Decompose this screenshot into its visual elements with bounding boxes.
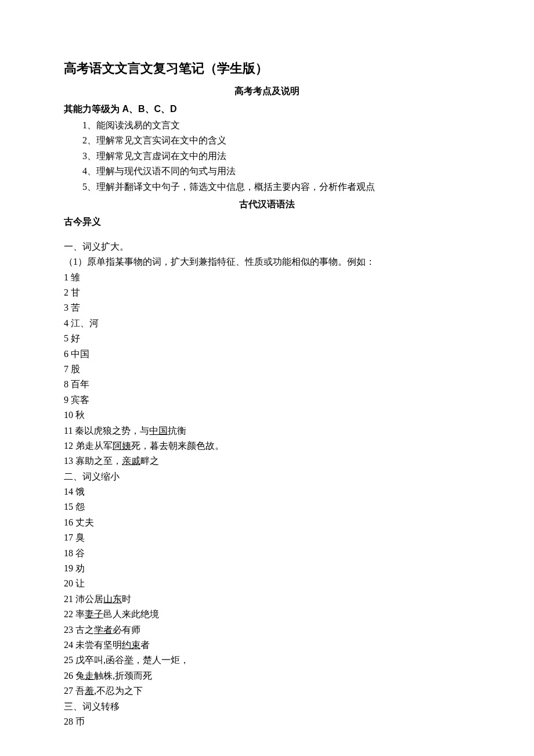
grammar-heading: 古代汉语语法 [64, 197, 470, 212]
section-1-note: （1）原单指某事物的词，扩大到兼指特征、性质或功能相似的事物。例如： [64, 254, 470, 269]
item-24-b: 者 [140, 640, 150, 650]
item-23-a: 23 古之 [64, 625, 94, 635]
item-24: 24 未尝有坚明约束者 [64, 638, 470, 653]
item-22-underline: 妻子 [85, 609, 103, 619]
item-12-underline: 阿姨 [113, 441, 131, 451]
item-6: 6 中国 [64, 347, 470, 362]
item-17: 17 臭 [64, 530, 470, 545]
section-3-heading: 三、词义转移 [64, 699, 470, 714]
item-14: 14 饿 [64, 484, 470, 499]
item-25: 25 戊卒叫,函谷举，楚人一炬， [64, 653, 470, 668]
item-5: 5 好 [64, 331, 470, 346]
item-22-a: 22 率 [64, 609, 85, 619]
item-26-b: 触株,折颈而死 [94, 671, 152, 681]
item-9: 9 宾客 [64, 393, 470, 408]
item-25-b: ，楚人一炬， [134, 655, 189, 665]
item-26-a: 26 兔 [64, 671, 85, 681]
point-4: 4、理解与现代汉语不同的句式与用法 [64, 164, 470, 179]
item-15: 15 怨 [64, 499, 470, 514]
item-27-b: ,不忍为之下 [94, 686, 143, 696]
item-4: 4 江、河 [64, 316, 470, 331]
item-18: 18 谷 [64, 546, 470, 561]
point-1: 1、能阅读浅易的文言文 [64, 118, 470, 133]
item-19: 19 劝 [64, 561, 470, 576]
exam-subtitle: 高考考点及说明 [64, 84, 470, 99]
item-16: 16 丈夫 [64, 515, 470, 530]
document-page: 高考语文文言文复习笔记（学生版） 高考考点及说明 其能力等级为 A、B、C、D … [0, 0, 534, 756]
item-24-underline: 约束 [122, 640, 140, 650]
gujin-heading: 古今异义 [64, 214, 470, 229]
item-2: 2 甘 [64, 285, 470, 300]
item-25-underline: 举 [124, 655, 134, 665]
item-1: 1 雏 [64, 270, 470, 285]
item-10: 10 秋 [64, 408, 470, 423]
item-13-a: 13 寡助之至， [64, 456, 122, 466]
item-11-a: 11 秦以虎狼之势，与 [64, 426, 149, 435]
item-21-a: 21 沛公居 [64, 594, 103, 604]
item-13-underline: 亲戚 [122, 456, 140, 466]
item-11: 11 秦以虎狼之势，与中国抗衡 [64, 423, 470, 438]
item-3: 3 苦 [64, 300, 470, 315]
item-23-underline: 学者 [94, 625, 113, 635]
item-21: 21 沛公居山东时 [64, 592, 470, 607]
item-23-b: 必有师 [113, 625, 140, 635]
item-7: 7 股 [64, 362, 470, 377]
point-5: 5、理解并翻译文中句子，筛选文中信息，概括主要内容，分析作者观点 [64, 179, 470, 195]
item-12-b: 死，暮去朝来颜色故。 [131, 441, 224, 451]
item-27-a: 27 吾 [64, 686, 85, 696]
item-28: 28 币 [64, 714, 470, 729]
item-23: 23 古之学者必有师 [64, 622, 470, 638]
item-25-a: 25 戊卒叫,函谷 [64, 655, 124, 665]
item-27-underline: 羞 [85, 686, 94, 696]
point-2: 2、理解常见文言实词在文中的含义 [64, 133, 470, 148]
item-26: 26 兔走触株,折颈而死 [64, 668, 470, 683]
item-21-underline: 山东 [103, 594, 122, 604]
item-24-a: 24 未尝有坚明 [64, 640, 122, 650]
item-8: 8 百年 [64, 377, 470, 392]
item-11-b: 抗衡 [168, 426, 186, 435]
item-13-b: 畔之 [140, 456, 159, 466]
point-3: 3、理解常见文言虚词在文中的用法 [64, 149, 470, 164]
item-11-underline: 中国 [149, 426, 168, 435]
item-12-a: 12 弟走从军 [64, 441, 113, 451]
item-21-b: 时 [122, 594, 131, 604]
item-20: 20 让 [64, 576, 470, 591]
item-26-underline: 走 [85, 671, 94, 681]
ability-level-line: 其能力等级为 A、B、C、D [64, 102, 470, 117]
item-13: 13 寡助之至，亲戚畔之 [64, 453, 470, 469]
section-1-heading: 一、词义扩大。 [64, 239, 470, 254]
spacer [64, 231, 470, 239]
document-title: 高考语文文言文复习笔记（学生版） [64, 58, 470, 79]
item-27: 27 吾羞,不忍为之下 [64, 683, 470, 699]
item-12: 12 弟走从军阿姨死，暮去朝来颜色故。 [64, 438, 470, 453]
item-22: 22 率妻子邑人来此绝境 [64, 607, 470, 622]
section-2-heading: 二、词义缩小 [64, 469, 470, 484]
item-22-b: 邑人来此绝境 [103, 609, 159, 619]
